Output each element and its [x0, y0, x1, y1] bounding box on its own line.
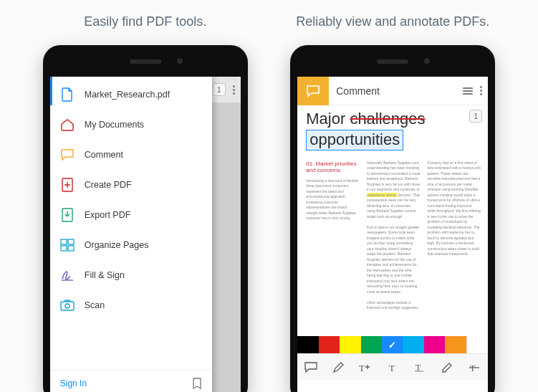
section-heading: 01. Market priorities and concerns: [306, 161, 360, 174]
drawer-item-label: Market_Research.pdf: [85, 90, 170, 100]
color-swatch[interactable]: [424, 336, 445, 353]
page-badge: 1: [213, 83, 226, 96]
screen-left: 1 Market_Research.pdf: [50, 77, 241, 392]
organize-icon: [60, 238, 75, 252]
drawer-item-scan[interactable]: Scan: [50, 290, 212, 320]
svg-rect-5: [68, 246, 74, 251]
screen-right: Comment 1 Major challenges opportunities: [297, 77, 488, 392]
phone-frame-left: 1 Market_Research.pdf: [43, 45, 248, 392]
screen-title: Comment: [329, 85, 463, 97]
scan-icon: [60, 298, 75, 312]
strike-icon[interactable]: T: [466, 360, 482, 376]
fill-sign-icon: [60, 268, 75, 282]
drawer-list: Market_Research.pdf My Documents: [50, 77, 212, 370]
phone-frame-right: Comment 1 Major challenges opportunities: [290, 45, 495, 392]
color-swatch[interactable]: [403, 336, 423, 353]
drawer-item-my-documents[interactable]: My Documents: [50, 110, 212, 140]
highlight-icon[interactable]: T: [412, 360, 428, 376]
file-icon: [60, 87, 75, 102]
comment-topbar: Comment: [297, 77, 488, 105]
active-indicator: [50, 77, 52, 105]
sign-in-link[interactable]: Sign In: [60, 378, 87, 388]
svg-text:T: T: [389, 363, 395, 373]
overflow-icon[interactable]: [480, 85, 482, 97]
export-pdf-icon: [60, 208, 75, 222]
pencil-icon[interactable]: [330, 360, 346, 376]
color-swatch[interactable]: [466, 336, 488, 353]
svg-text:T: T: [359, 363, 365, 373]
drawer-item-fill-sign[interactable]: Fill & Sign: [50, 260, 212, 290]
svg-rect-4: [61, 246, 67, 251]
drawer-item-label: Organize Pages: [85, 240, 149, 250]
overflow-icon[interactable]: [233, 85, 235, 95]
color-swatch[interactable]: [319, 336, 340, 353]
home-icon: [60, 118, 75, 132]
svg-point-7: [65, 304, 69, 308]
color-swatch[interactable]: [361, 336, 382, 353]
comment-bubble-icon[interactable]: [303, 360, 319, 376]
document-view[interactable]: 1 Major challenges opportunities 01. Mar…: [297, 105, 488, 336]
drawer-item-label: Export PDF: [85, 210, 131, 220]
comment-mode-icon[interactable]: [297, 77, 329, 105]
drawer-item-export-pdf[interactable]: Export PDF: [50, 200, 212, 230]
drawer-item-label: My Documents: [85, 120, 144, 130]
svg-rect-6: [61, 302, 74, 310]
body-text: Nationally Barbara Supplies core underst…: [367, 161, 421, 311]
bookmark-icon[interactable]: [192, 378, 202, 389]
create-pdf-icon: [60, 178, 75, 192]
text-add-icon[interactable]: T: [357, 360, 373, 376]
svg-rect-2: [61, 239, 67, 244]
draw-icon[interactable]: [439, 360, 455, 376]
drawer-item-comment[interactable]: Comment: [50, 140, 212, 170]
drawer-item-label: Fill & Sign: [85, 270, 125, 280]
svg-rect-11: [415, 371, 423, 372]
headline-left: Easily find PDF tools.: [84, 14, 206, 29]
heading-plain: Major: [306, 110, 350, 128]
highlighted-text: experience strong: [367, 193, 397, 197]
navigation-drawer: Market_Research.pdf My Documents: [50, 77, 212, 392]
drawer-item-organize-pages[interactable]: Organize Pages: [50, 230, 212, 260]
color-palette: [297, 336, 488, 353]
document-heading: Major challenges opportunities: [306, 110, 481, 150]
heading-selected-word[interactable]: opportunities: [306, 130, 403, 150]
color-swatch[interactable]: [445, 336, 466, 353]
drawer-item-label: Comment: [85, 150, 123, 160]
drawer-item-label: Scan: [85, 300, 105, 310]
svg-rect-3: [68, 239, 74, 244]
heading-strikethrough: challenges: [350, 110, 425, 128]
color-swatch[interactable]: [297, 336, 318, 353]
body-text: Introducing a new kind of flexible three…: [306, 178, 360, 221]
headline-right: Reliably view and annotate PDFs.: [296, 14, 489, 29]
drawer-item-create-pdf[interactable]: Create PDF: [50, 170, 212, 200]
body-text: Formerly had on a first sheet of new emb…: [428, 161, 481, 257]
color-swatch[interactable]: [382, 336, 403, 353]
list-view-icon[interactable]: [463, 86, 473, 96]
color-swatch[interactable]: [340, 336, 360, 353]
text-icon[interactable]: T: [385, 360, 400, 376]
drawer-item-recent-file[interactable]: Market_Research.pdf: [50, 80, 212, 110]
annotation-toolbar: T T T T: [297, 353, 488, 381]
document-body: 01. Market priorities and concerns Intro…: [306, 161, 481, 311]
drawer-item-label: Create PDF: [85, 180, 132, 190]
comment-icon: [60, 148, 75, 162]
page-badge: 1: [469, 110, 482, 123]
